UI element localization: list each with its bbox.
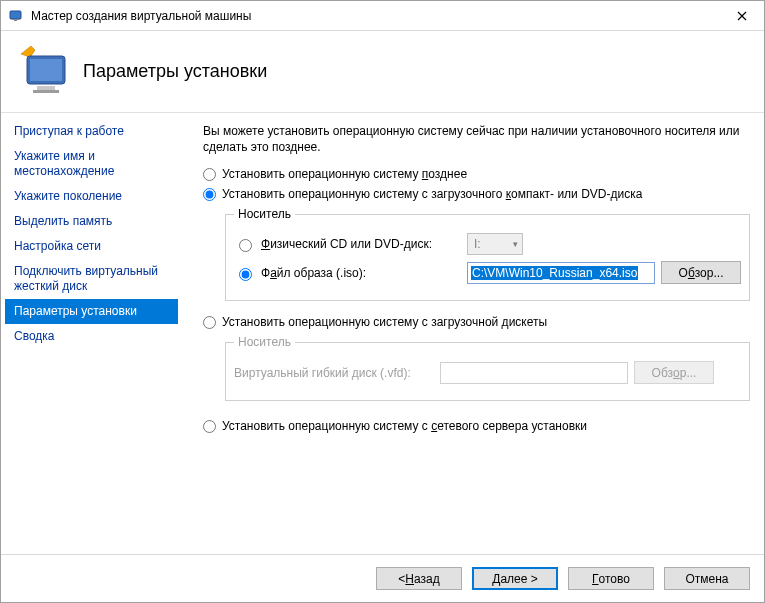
wizard-sidebar: Приступая к работе Укажите имя и местона… — [1, 113, 183, 554]
cancel-button[interactable]: Отмена — [664, 567, 750, 590]
app-icon — [9, 8, 25, 24]
monitor-icon — [13, 42, 73, 102]
page-title: Параметры установки — [83, 61, 267, 82]
media-group-cddvd: Носитель Физический CD или DVD-диск: I: … — [225, 207, 750, 301]
nav-step-summary[interactable]: Сводка — [5, 324, 178, 349]
svg-rect-2 — [14, 20, 17, 21]
media-legend-1: Носитель — [234, 207, 295, 221]
wizard-footer: < Назад Далее > Готово Отмена — [1, 554, 764, 602]
close-button[interactable] — [719, 1, 764, 30]
media-group-floppy: Носитель Виртуальный гибкий диск (.vfd):… — [225, 335, 750, 401]
svg-rect-7 — [33, 90, 59, 93]
label-physical-drive[interactable]: Физический CD или DVD-диск: — [261, 237, 461, 251]
svg-rect-1 — [12, 19, 19, 20]
titlebar: Мастер создания виртуальной машины — [1, 1, 764, 31]
vfd-path-input — [440, 362, 628, 384]
nav-step-vhd[interactable]: Подключить виртуальный жесткий диск — [5, 259, 178, 299]
radio-iso-file[interactable] — [239, 268, 252, 281]
nav-step-network[interactable]: Настройка сети — [5, 234, 178, 259]
wizard-header: Параметры установки — [1, 31, 764, 113]
label-iso-file[interactable]: Файл образа (.iso): — [261, 266, 461, 280]
label-vfd-file: Виртуальный гибкий диск (.vfd): — [234, 366, 434, 380]
svg-rect-5 — [30, 59, 62, 81]
browse-vfd-button: Обзор... — [634, 361, 714, 384]
drive-select: I: ▾ — [467, 233, 523, 255]
drive-select-value: I: — [474, 237, 481, 251]
next-button[interactable]: Далее > — [472, 567, 558, 590]
nav-step-start[interactable]: Приступая к работе — [5, 119, 178, 144]
label-install-network[interactable]: Установить операционную систему с сетево… — [222, 419, 587, 433]
radio-install-later[interactable] — [203, 168, 216, 181]
intro-text: Вы можете установить операционную систем… — [203, 123, 750, 155]
nav-step-memory[interactable]: Выделить память — [5, 209, 178, 234]
nav-step-name-location[interactable]: Укажите имя и местонахождение — [5, 144, 178, 184]
radio-install-cddvd[interactable] — [203, 188, 216, 201]
nav-step-install-options[interactable]: Параметры установки — [5, 299, 178, 324]
browse-iso-button[interactable]: Обзор... — [661, 261, 741, 284]
radio-install-floppy[interactable] — [203, 316, 216, 329]
iso-path-input[interactable]: C:\VM\Win10_Russian_x64.iso — [467, 262, 655, 284]
label-install-cddvd[interactable]: Установить операционную систему с загруз… — [222, 187, 642, 201]
finish-button[interactable]: Готово — [568, 567, 654, 590]
label-install-later[interactable]: Установить операционную систему позднее — [222, 167, 467, 181]
chevron-down-icon: ▾ — [513, 239, 518, 249]
radio-physical-drive[interactable] — [239, 239, 252, 252]
iso-path-value: C:\VM\Win10_Russian_x64.iso — [471, 266, 638, 280]
media-legend-2: Носитель — [234, 335, 295, 349]
svg-rect-6 — [37, 86, 55, 90]
content-pane: Вы можете установить операционную систем… — [183, 113, 764, 554]
back-button[interactable]: < Назад — [376, 567, 462, 590]
svg-rect-0 — [10, 11, 21, 19]
window-title: Мастер создания виртуальной машины — [31, 9, 251, 23]
nav-step-generation[interactable]: Укажите поколение — [5, 184, 178, 209]
wizard-window: Мастер создания виртуальной машины Парам… — [0, 0, 765, 603]
label-install-floppy[interactable]: Установить операционную систему с загруз… — [222, 315, 547, 329]
radio-install-network[interactable] — [203, 420, 216, 433]
